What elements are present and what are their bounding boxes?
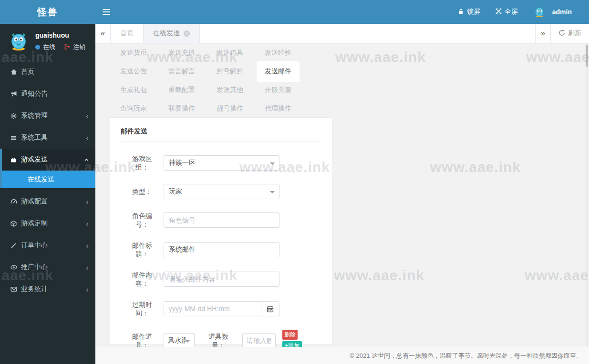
- role-id-label: 角色编号：: [131, 212, 154, 229]
- user-panel: guaishuou 在线 注销: [0, 24, 95, 59]
- user-avatar: [533, 5, 548, 19]
- sidebar-group-game-send: 游戏发送 ‹ 在线发送: [0, 149, 95, 188]
- admin-screen: 怪兽 锁屏 全屏: [0, 0, 589, 364]
- mail-title-input[interactable]: [164, 242, 279, 257]
- caret-down-icon: [185, 340, 190, 343]
- action-open-close-server[interactable]: 开服关服: [257, 81, 300, 99]
- main-content: 发送货币 发送充值 发送道具 发送经验 发送公告 禁言解言 封号解封 发送邮件 …: [95, 43, 589, 347]
- sidebar-item-game-config[interactable]: 游戏配置 ‹: [0, 191, 95, 212]
- sidebar-subitem-online-send[interactable]: 在线发送: [0, 171, 95, 188]
- mail-content-input[interactable]: [164, 272, 279, 287]
- mail-title-label: 邮件标题：: [131, 241, 154, 258]
- scrollbar[interactable]: [586, 44, 588, 346]
- sidebar-menu: 首页 通知公告 系统管理 ‹ 系统工具 ‹ 游戏发送 ‹: [0, 61, 95, 300]
- action-reload-config[interactable]: 重载配置: [160, 81, 203, 99]
- form-row-zone: 游戏区组： 神族一区: [121, 154, 321, 172]
- type-label: 类型：: [131, 187, 154, 196]
- delete-item-button[interactable]: 删除: [282, 330, 298, 340]
- caret-down-icon: [270, 162, 275, 165]
- sidebar-item-game-custom[interactable]: 游戏定制 ‹: [0, 212, 95, 234]
- mail-item-select[interactable]: 风水混..: [164, 333, 195, 348]
- gear-icon: [10, 113, 21, 119]
- action-grid: 发送货币 发送充值 发送道具 发送经验 发送公告 禁言解言 封号解封 发送邮件 …: [112, 43, 300, 118]
- action-ban-unban[interactable]: 封号解封: [208, 62, 251, 81]
- app-title: 怪兽: [37, 6, 58, 19]
- user-status-row: 在线 注销: [35, 43, 85, 51]
- cube-icon: [10, 221, 21, 227]
- refresh-button[interactable]: 刷新: [550, 24, 589, 43]
- online-status-icon: [35, 45, 40, 50]
- fullscreen-button[interactable]: 全屏: [488, 0, 526, 24]
- briefcase-icon: [10, 157, 21, 163]
- chevron-left-icon: ‹: [86, 134, 89, 142]
- action-query-player[interactable]: 查询玩家: [112, 99, 155, 118]
- logout-label: 注销: [73, 43, 85, 51]
- sign-out-icon: [64, 43, 73, 51]
- double-chevron-right-icon: »: [541, 29, 545, 38]
- megaphone-icon: [10, 91, 21, 97]
- copyright-text: © 2021 这世间，总有一抹颜色，温暖了季节。愿时光深处，每一种欣然都因你而至…: [350, 352, 582, 359]
- role-id-input[interactable]: [164, 212, 279, 228]
- lock-screen-button[interactable]: 锁屏: [450, 0, 488, 24]
- sidebar-item-promo-center[interactable]: 推广中心 ‹: [0, 256, 95, 278]
- mail-content-label: 邮件内容：: [131, 271, 154, 288]
- type-select[interactable]: 玩家: [164, 184, 279, 199]
- form-row-mail-content: 邮件内容：: [121, 271, 321, 288]
- sidebar-item-system-mgmt[interactable]: 系统管理 ‹: [0, 105, 95, 127]
- caret-down-icon: [270, 191, 275, 193]
- action-send-item[interactable]: 发送道具: [208, 43, 251, 62]
- action-send-mail[interactable]: 发送邮件: [257, 61, 300, 82]
- sidebar-item-system-tools[interactable]: 系统工具 ‹: [0, 127, 95, 149]
- sidebar-item-order-center[interactable]: 订单中心 ‹: [0, 234, 95, 256]
- sidebar-item-notice[interactable]: 通知公告: [0, 83, 95, 105]
- action-send-recharge[interactable]: 发送充值: [160, 43, 203, 62]
- chevron-left-icon: ‹: [86, 263, 89, 272]
- action-mute-unmute[interactable]: 禁言解言: [160, 62, 203, 81]
- card-title: 邮件发送: [121, 127, 321, 142]
- tabbar-spacer: [200, 24, 535, 43]
- sidebar-item-home[interactable]: 首页: [0, 61, 95, 83]
- page-footer: © 2021 这世间，总有一抹颜色，温暖了季节。愿时光深处，每一种欣然都因你而至…: [95, 347, 589, 364]
- fullscreen-label: 全屏: [505, 8, 518, 16]
- action-send-other[interactable]: 发送其他: [208, 81, 251, 99]
- action-gen-giftpack[interactable]: 生成礼包: [112, 81, 155, 99]
- home-icon: [10, 69, 21, 75]
- action-league-ops[interactable]: 联赛操作: [160, 99, 203, 118]
- chevron-left-icon: ‹: [86, 242, 89, 250]
- sidebar-item-game-send[interactable]: 游戏发送 ‹: [0, 149, 95, 171]
- tabs-scroll-right-button[interactable]: »: [535, 24, 550, 43]
- avatar: [8, 30, 30, 59]
- list-icon: [10, 135, 21, 141]
- sidebar-item-business-stats[interactable]: 业务统计 ‹: [0, 278, 95, 300]
- user-info: guaishuou 在线 注销: [35, 30, 85, 59]
- gauge-icon: [10, 198, 21, 205]
- chevron-left-icon: ‹: [86, 198, 89, 206]
- calendar-icon[interactable]: [261, 302, 279, 316]
- sidebar-toggle-button[interactable]: [95, 0, 117, 24]
- logout-button[interactable]: 注销: [64, 43, 85, 51]
- action-send-exp[interactable]: 发送经验: [257, 43, 300, 62]
- action-send-notice[interactable]: 发送公告: [112, 62, 155, 81]
- action-nice-id-ops[interactable]: 靓号操作: [208, 99, 251, 118]
- zone-select[interactable]: 神族一区: [164, 155, 279, 171]
- chevron-left-icon: ‹: [86, 285, 89, 293]
- tabs-scroll-left-button[interactable]: «: [95, 24, 111, 43]
- refresh-icon: [558, 30, 568, 38]
- expire-time-input[interactable]: [164, 302, 261, 316]
- tab-online-send[interactable]: 在线发送 ×: [144, 24, 200, 43]
- action-send-currency[interactable]: 发送货币: [112, 43, 155, 62]
- scrollbar-thumb[interactable]: [586, 45, 588, 67]
- sidebar: guaishuou 在线 注销 首页: [0, 24, 95, 364]
- item-count-input[interactable]: [242, 333, 276, 348]
- tab-home[interactable]: 首页: [111, 24, 144, 43]
- action-agent-ops[interactable]: 代理操作: [257, 99, 300, 118]
- navbar-right: 锁屏 全屏 admin: [450, 0, 589, 24]
- user-menu[interactable]: admin: [526, 0, 579, 24]
- menu-icon: [103, 8, 110, 16]
- form-row-mail-title: 邮件标题：: [121, 241, 321, 258]
- close-icon[interactable]: ×: [184, 30, 190, 37]
- chevron-left-icon: ‹: [86, 220, 89, 228]
- app-logo[interactable]: 怪兽: [0, 0, 95, 24]
- lock-icon: [458, 8, 467, 16]
- expand-icon: [496, 8, 505, 16]
